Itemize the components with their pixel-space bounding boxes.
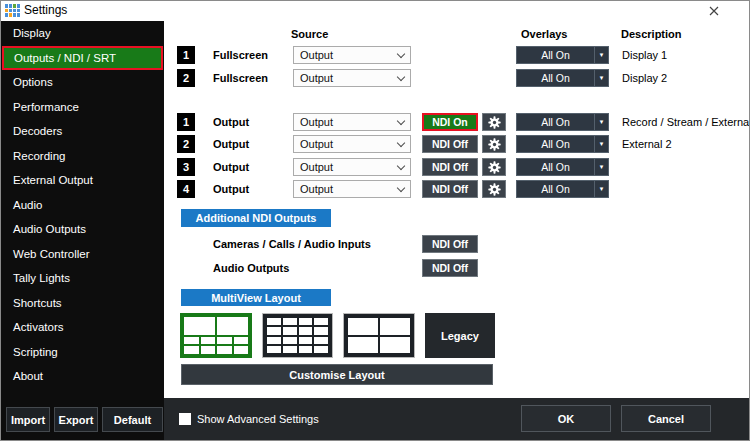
output1-overlays-dropdown[interactable]: All On▾ <box>516 113 609 131</box>
output1-settings-button[interactable] <box>482 113 506 131</box>
sidebar-item-display[interactable]: Display <box>1 21 164 46</box>
sidebar-item-shortcuts[interactable]: Shortcuts <box>1 291 164 316</box>
fullscreen-row-1: 1 Fullscreen Output All On▾ Display 1 <box>164 46 750 64</box>
fullscreen1-overlays-dropdown[interactable]: All On▾ <box>516 46 609 64</box>
chevron-down-icon <box>397 138 405 146</box>
overlays-value: All On <box>517 47 594 63</box>
ok-button[interactable]: OK <box>521 405 611 432</box>
sidebar-item-performance[interactable]: Performance <box>1 95 164 120</box>
row-label: Audio Outputs <box>213 259 289 277</box>
output4-source-select[interactable]: Output <box>293 180 411 198</box>
layout-preview <box>184 346 248 354</box>
overlays-value: All On <box>517 114 594 130</box>
sidebar-item-external-output[interactable]: External Output <box>1 168 164 193</box>
sidebar-item-decoders[interactable]: Decoders <box>1 119 164 144</box>
row-label: Output <box>213 135 249 153</box>
import-button[interactable]: Import <box>6 407 50 432</box>
fullscreen2-overlays-dropdown[interactable]: All On▾ <box>516 69 609 87</box>
row-description: Record / Stream / External <box>622 113 750 131</box>
dropdown-arrow-icon: ▾ <box>594 70 608 86</box>
selected-source: Output <box>300 138 333 150</box>
output2-settings-button[interactable] <box>482 135 506 153</box>
layout-preview <box>184 317 248 335</box>
row-description: Display 2 <box>622 69 667 87</box>
dropdown-arrow-icon: ▾ <box>594 47 608 63</box>
sidebar-item-recording[interactable]: Recording <box>1 144 164 169</box>
sidebar-item-outputs-ndi-srt[interactable]: Outputs / NDI / SRT <box>2 46 163 71</box>
legacy-layout-button[interactable]: Legacy <box>425 313 495 358</box>
multiview-layout-button[interactable]: MultiView Layout <box>181 289 331 306</box>
sidebar-item-audio-outputs[interactable]: Audio Outputs <box>1 217 164 242</box>
overlays-value: All On <box>517 136 594 152</box>
overlays-column-header: Overlays <box>521 28 567 40</box>
multiview-layout-option-2[interactable] <box>262 313 333 358</box>
sidebar-item-activators[interactable]: Activators <box>1 315 164 340</box>
selected-source: Output <box>300 49 333 61</box>
row-label: Output <box>213 113 249 131</box>
settings-window: Settings Display Outputs / NDI / SRT Opt… <box>0 0 750 441</box>
output4-ndi-toggle[interactable]: NDI Off <box>422 180 478 198</box>
gear-icon <box>488 138 501 151</box>
output3-source-select[interactable]: Output <box>293 158 411 176</box>
sidebar-item-scripting[interactable]: Scripting <box>1 340 164 365</box>
close-icon[interactable] <box>705 3 723 19</box>
audio-outputs-row: Audio Outputs NDI Off <box>164 259 750 277</box>
sidebar-item-tally-lights[interactable]: Tally Lights <box>1 266 164 291</box>
cameras-calls-audio-inputs-row: Cameras / Calls / Audio Inputs NDI Off <box>164 235 750 253</box>
output2-source-select[interactable]: Output <box>293 135 411 153</box>
overlays-value: All On <box>517 70 594 86</box>
selected-source: Output <box>300 183 333 195</box>
sidebar-item-audio[interactable]: Audio <box>1 193 164 218</box>
sidebar-item-about[interactable]: About <box>1 364 164 389</box>
row-number-badge: 3 <box>177 158 195 176</box>
row-label: Output <box>213 180 249 198</box>
customise-layout-button[interactable]: Customise Layout <box>181 364 493 385</box>
sidebar-item-web-controller[interactable]: Web Controller <box>1 242 164 267</box>
cancel-button[interactable]: Cancel <box>621 405 711 432</box>
description-column-header: Description <box>621 28 682 40</box>
output2-ndi-toggle[interactable]: NDI Off <box>422 135 478 153</box>
row-label: Fullscreen <box>213 46 268 64</box>
default-button[interactable]: Default <box>102 407 163 432</box>
output1-source-select[interactable]: Output <box>293 113 411 131</box>
gear-icon <box>488 116 501 129</box>
fullscreen2-source-select[interactable]: Output <box>293 69 411 87</box>
titlebar: Settings <box>1 1 749 21</box>
vmix-logo-icon <box>5 4 20 17</box>
audio-outputs-ndi-toggle[interactable]: NDI Off <box>422 259 478 277</box>
row-label: Fullscreen <box>213 69 268 87</box>
multiview-layout-option-3[interactable] <box>343 313 415 358</box>
multiview-layout-option-1-selected[interactable] <box>180 313 252 358</box>
selected-source: Output <box>300 72 333 84</box>
dropdown-arrow-icon: ▾ <box>594 159 608 175</box>
output-row-4: 4 Output Output NDI Off All On▾ <box>164 180 750 198</box>
dropdown-arrow-icon: ▾ <box>594 114 608 130</box>
export-button[interactable]: Export <box>54 407 98 432</box>
chevron-down-icon <box>397 116 405 124</box>
row-number-badge: 4 <box>177 180 195 198</box>
chevron-down-icon <box>397 49 405 57</box>
dropdown-arrow-icon: ▾ <box>594 136 608 152</box>
row-label: Output <box>213 158 249 176</box>
output1-ndi-toggle[interactable]: NDI On <box>422 113 478 131</box>
additional-ndi-outputs-button[interactable]: Additional NDI Outputs <box>181 209 331 227</box>
output3-settings-button[interactable] <box>482 158 506 176</box>
row-number-badge: 2 <box>177 69 195 87</box>
output4-overlays-dropdown[interactable]: All On▾ <box>516 180 609 198</box>
row-number-badge: 1 <box>177 113 195 131</box>
show-advanced-settings-checkbox[interactable] <box>179 413 191 425</box>
cameras-ndi-toggle[interactable]: NDI Off <box>422 235 478 253</box>
output3-ndi-toggle[interactable]: NDI Off <box>422 158 478 176</box>
gear-icon <box>488 161 501 174</box>
sidebar-item-options[interactable]: Options <box>1 70 164 95</box>
output4-settings-button[interactable] <box>482 180 506 198</box>
fullscreen-row-2: 2 Fullscreen Output All On▾ Display 2 <box>164 69 750 87</box>
output2-overlays-dropdown[interactable]: All On▾ <box>516 135 609 153</box>
window-title: Settings <box>24 1 67 20</box>
fullscreen1-source-select[interactable]: Output <box>293 46 411 64</box>
row-description: External 2 <box>622 135 672 153</box>
row-description: Display 1 <box>622 46 667 64</box>
outputs-settings-panel: Source Overlays Description 1 Fullscreen… <box>164 21 750 398</box>
row-label: Cameras / Calls / Audio Inputs <box>213 235 371 253</box>
output3-overlays-dropdown[interactable]: All On▾ <box>516 158 609 176</box>
